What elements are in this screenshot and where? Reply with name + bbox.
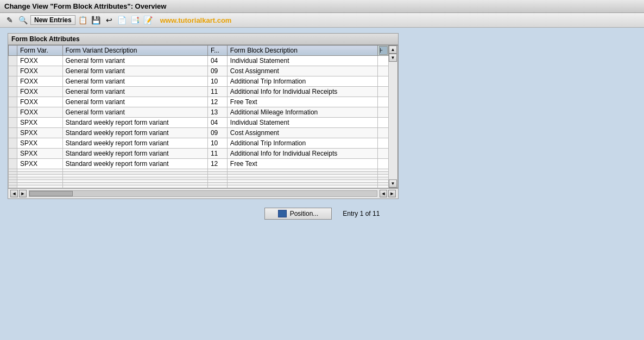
horiz-scroll-thumb [29,191,73,196]
cell-form-block-desc: Cost Assignment [227,128,377,138]
table-row[interactable]: SPXXStandard weekly report form variant1… [9,159,389,169]
cell-last [378,185,389,188]
edit-icon[interactable]: ✎ [4,15,15,25]
header-form-variant-desc: Form Variant Description [62,46,207,56]
cell-f: 12 [207,97,227,107]
table-row[interactable]: SPXXStandard weekly report form variant1… [9,138,389,149]
row-select-cell [9,149,17,159]
cell-form-variant-desc: General form variant [62,87,207,97]
position-button[interactable]: Position... [264,208,332,220]
position-icon [278,210,287,217]
cell-form-variant-desc: Standard weekly report form variant [62,159,207,169]
title-bar: Change View "Form Block Attributes": Ove… [0,0,644,13]
position-btn-label: Position... [290,210,319,217]
cell-f: 09 [207,128,227,138]
cell-form-block-desc: Free Text [227,159,377,169]
horiz-far-right-btn[interactable]: ► [388,190,396,197]
table-scroll-area: Form Var. Form Variant Description F... … [8,45,389,188]
header-form-block-desc: Form Block Description [227,46,377,56]
main-content: Form Block Attributes Form Var. Form Var… [0,28,644,225]
cell-form-block-desc: Individual Statement [227,118,377,128]
panel-title: Form Block Attributes [8,34,398,45]
cell-form-variant-desc: General form variant [62,76,207,87]
cell-form-variant-desc: General form variant [62,107,207,118]
row-select-cell [9,128,17,138]
watermark: www.tutorialkart.com [160,16,232,24]
cell-last [378,56,389,66]
cell-form-var: SPXX [17,138,63,149]
table-row[interactable]: FOXXGeneral form variant12Free Text [9,97,389,107]
footer-area: Position... Entry 1 of 11 [8,208,636,220]
cell-f: 04 [207,56,227,66]
cell-last [378,76,389,87]
bottom-bar: ◄ ► ◄ ► [8,188,398,198]
entry-info: Entry 1 of 11 [343,210,380,217]
row-select-cell [9,107,17,118]
cell-form-var [17,185,63,188]
cell-f: 04 [207,118,227,128]
scroll-up-btn[interactable]: ▲ [389,46,397,54]
cell-form-variant-desc: Standard weekly report form variant [62,118,207,128]
horiz-scroll-right: ◄ ► [380,190,396,197]
table-row[interactable]: FOXXGeneral form variant04Individual Sta… [9,56,389,66]
cell-last [378,118,389,128]
search-icon[interactable]: 🔍 [17,15,28,25]
scroll-down-btn[interactable]: ▼ [389,54,397,62]
cell-f: 10 [207,76,227,87]
cell-f: 09 [207,66,227,76]
doc3-icon[interactable]: 📝 [143,15,154,25]
cell-form-var: FOXX [17,97,63,107]
table-row[interactable]: SPXXStandard weekly report form variant0… [9,118,389,128]
table-row[interactable]: FOXXGeneral form variant13Additional Mil… [9,107,389,118]
cell-f [207,185,227,188]
undo-icon[interactable]: ↩ [104,15,115,25]
horiz-scroll-track[interactable] [29,190,377,197]
header-form-var: Form Var. [17,46,63,56]
row-select-cell [9,66,17,76]
cell-form-var: FOXX [17,56,63,66]
cell-f: 11 [207,87,227,97]
cell-form-var: SPXX [17,149,63,159]
cell-form-block-desc: Free Text [227,97,377,107]
table-wrapper: Form Var. Form Variant Description F... … [8,45,398,188]
copy-icon[interactable]: 📋 [78,15,89,25]
save-icon[interactable]: 💾 [91,15,102,25]
scroll-track [389,62,397,179]
table-row[interactable] [9,185,389,188]
cell-form-variant-desc: General form variant [62,66,207,76]
header-select [9,46,17,56]
cell-last [378,87,389,97]
cell-form-variant-desc: General form variant [62,56,207,66]
row-select-cell [9,159,17,169]
cell-f: 13 [207,107,227,118]
cell-last [378,66,389,76]
horiz-left-btn[interactable]: ◄ [10,190,18,197]
table-row[interactable]: SPXXStandard weekly report form variant0… [9,128,389,138]
header-f: F... [207,46,227,56]
row-select-cell [9,138,17,149]
doc1-icon[interactable]: 📄 [117,15,128,25]
cell-last [378,159,389,169]
cell-f: 10 [207,138,227,149]
cell-form-block-desc: Additional Info for Individual Receipts [227,149,377,159]
horiz-far-left-btn[interactable]: ◄ [380,190,387,197]
new-entries-button[interactable]: New Entries [30,15,75,25]
table-row[interactable]: SPXXStandard weekly report form variant1… [9,149,389,159]
cell-last [378,97,389,107]
table-row[interactable]: FOXXGeneral form variant11Additional Inf… [9,87,389,97]
row-select-cell [9,118,17,128]
horiz-scroll-left: ◄ ► [10,190,27,197]
scroll-bottom-btn[interactable]: ▼ [389,179,397,188]
cell-form-var: FOXX [17,76,63,87]
vertical-scrollbar[interactable]: ▲ ▼ ▼ [389,45,398,188]
table-row[interactable]: FOXXGeneral form variant09Cost Assignmen… [9,66,389,76]
header-grid-icon: ⊦ [378,46,389,56]
toolbar: ✎ 🔍 New Entries 📋 💾 ↩ 📄 📑 📝 www.tutorial… [0,13,644,28]
table-row[interactable]: FOXXGeneral form variant10Additional Tri… [9,76,389,87]
doc2-icon[interactable]: 📑 [130,15,141,25]
cell-f: 12 [207,159,227,169]
horiz-right-btn[interactable]: ► [19,190,27,197]
panel: Form Block Attributes Form Var. Form Var… [8,33,399,199]
cell-form-var: SPXX [17,159,63,169]
data-table: Form Var. Form Variant Description F... … [8,45,389,188]
